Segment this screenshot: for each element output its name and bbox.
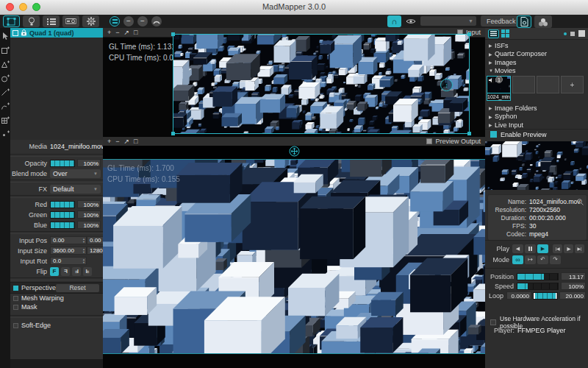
input-pos-x-field[interactable]: 0.00▲▼ [50,236,87,244]
opacity-value[interactable]: 100% [77,159,101,167]
input-quad-surface[interactable]: ↕ [173,34,470,134]
materials-button[interactable] [534,15,552,28]
play-reverse-button[interactable]: ◀ [512,244,523,253]
add-quad-tool-icon[interactable] [1,46,10,55]
visibility-button[interactable] [404,15,417,27]
tree-item-live-input[interactable]: ▶Live Input [485,121,588,130]
settings-button[interactable] [82,15,99,27]
position-slider[interactable] [517,273,559,280]
remove-surface-button[interactable]: − [115,29,119,36]
quad-corner-handle[interactable] [467,132,471,135]
add-line-tool-icon[interactable] [1,88,10,97]
zoom-decrease-alt-button[interactable]: − [137,16,148,26]
preview-output-checkbox[interactable] [426,138,432,144]
input-preview-canvas[interactable] [173,35,469,133]
tree-item-movies[interactable]: ▼Movies [485,67,588,76]
movie-tile-empty[interactable] [537,76,559,93]
flip-horizontal-button[interactable]: F [61,267,70,276]
lightbulb-button[interactable] [23,15,40,27]
magnifier-icon[interactable] [577,199,584,205]
perspective-reset-button[interactable]: Reset [56,284,99,292]
soft-edge-checkbox[interactable] [13,323,18,328]
loop-start-field[interactable]: 0.0000 [506,291,531,300]
mode-play-once-button[interactable]: ↦ [525,255,536,264]
add-surface-button[interactable]: + [107,29,111,36]
flip-none-button[interactable]: F [50,267,59,276]
layer-row-quad1[interactable]: Quad 1 (quad) [10,28,103,38]
position-value[interactable]: 13.17 [561,272,586,280]
mode-bounce-back-button[interactable]: ↶ [537,255,548,264]
select-tool-icon[interactable] [1,32,10,41]
move-handle-icon[interactable] [289,146,300,157]
tree-item-images[interactable]: ▶Images [485,58,588,67]
add-movie-tile[interactable]: + [561,76,584,93]
zoom-decrease-button[interactable]: − [123,16,134,26]
list-view-button[interactable] [488,29,499,38]
projector-button[interactable] [62,15,79,27]
input-rot-field[interactable]: 0.0▲▼ [50,257,87,265]
blend-mode-select[interactable]: Over▼ [50,169,101,178]
perspective-checkbox[interactable] [13,286,18,291]
perspective-section[interactable]: Perspective Reset [10,282,103,294]
opacity-slider[interactable] [50,160,75,167]
green-slider[interactable] [50,211,75,219]
mapping-tool-button[interactable] [3,15,20,27]
feedback-button[interactable]: Feedback [481,15,522,26]
quad-corner-handle[interactable] [467,32,471,36]
mesh-warping-checkbox[interactable] [13,296,18,301]
red-value[interactable]: 100% [77,200,101,208]
spinner-arrows-icon[interactable]: ▲▼ [82,247,85,254]
mesh-warping-row[interactable]: Mesh Warping [10,294,103,302]
mask-row[interactable]: Mask [10,302,103,311]
add-ellipse-tool-icon[interactable] [1,74,10,83]
output-preview-canvas[interactable] [103,160,485,353]
quad-corner-handle[interactable] [171,132,175,135]
fullscreen-view-button[interactable]: □ [134,29,137,36]
frame-back-button[interactable]: |▶ [564,244,573,253]
remove-button[interactable]: − [115,138,119,145]
add-grid-tool-icon[interactable] [1,116,10,125]
movie-tile-empty[interactable] [512,76,535,93]
tree-item-quartz-composer[interactable]: ▶Quartz Composer [485,50,588,59]
blue-slider[interactable] [50,222,75,229]
line-width-button[interactable] [110,16,120,26]
lock-icon[interactable] [21,29,27,36]
reset-view-button[interactable] [151,16,162,26]
flip-both-button[interactable]: F [72,267,81,276]
mode-bounce-forward-button[interactable]: ↷ [550,255,561,264]
fit-view-button[interactable]: ↗ [124,29,130,36]
cue-list-button[interactable] [43,15,60,27]
snap-magnet-button[interactable]: ∩ [387,15,401,27]
go-to-start-button[interactable]: |◀ [553,244,562,253]
layer-list[interactable] [10,38,103,141]
grid-view-button[interactable] [501,29,509,38]
thumb-size-medium-button[interactable] [570,32,575,36]
mask-checkbox[interactable] [13,305,18,310]
fit-view-button[interactable]: ↗ [124,138,130,145]
tree-item-syphon[interactable]: ▶Syphon [485,113,588,121]
add-point-tool-icon[interactable] [1,130,10,139]
tree-item-image-folders[interactable]: ▶Image Folders [485,104,588,113]
layer-visibility-checkbox[interactable] [12,30,18,36]
loop-range-slider[interactable] [533,292,558,300]
fx-select[interactable]: Default▼ [50,185,101,194]
enable-preview-checkbox[interactable] [490,131,497,138]
loop-end-field[interactable]: 20.000 [559,291,586,300]
pause-button[interactable] [525,244,536,253]
input-size-x-field[interactable]: 3600.00▲▼ [50,247,87,255]
speed-value[interactable]: 100% [561,282,586,290]
thumb-size-small-button[interactable] [564,32,567,35]
add-triangle-tool-icon[interactable] [1,60,10,69]
spinner-arrows-icon[interactable]: ▲▼ [82,258,85,264]
quad-corner-handle[interactable] [171,32,175,36]
speed-slider[interactable] [517,283,559,290]
flip-vertical-button[interactable]: F [83,267,92,276]
red-slider[interactable] [50,201,75,208]
output-preview-surface[interactable]: GL Time (ms): 1.700 CPU Time (ms): 0.155 [103,159,485,354]
spinner-arrows-icon[interactable]: ▲▼ [82,237,85,244]
preset-dropdown[interactable]: ▼ [420,16,476,26]
document-template-button[interactable] [517,15,531,28]
quad-scale-handle[interactable]: ↕ [440,79,453,91]
soft-edge-row[interactable]: Soft-Edge [10,319,103,331]
thumb-size-large-button[interactable] [578,30,585,37]
